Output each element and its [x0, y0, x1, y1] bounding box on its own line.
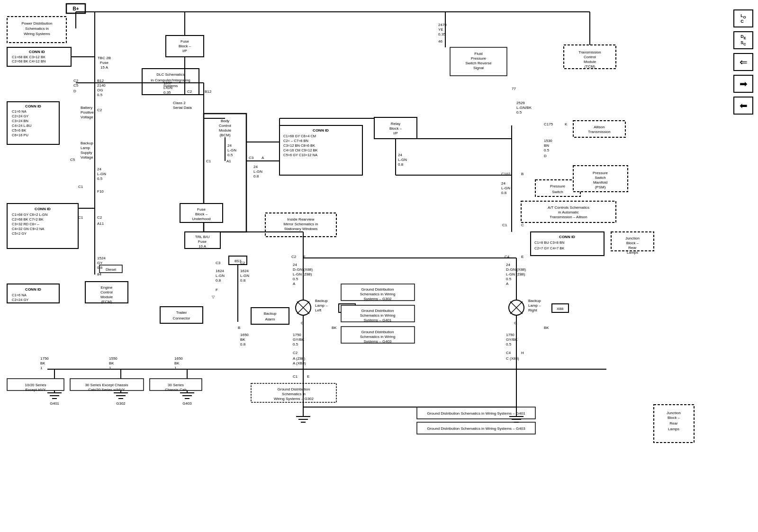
svg-text:C1=6 NA: C1=6 NA — [12, 109, 27, 114]
svg-text:Supply: Supply — [81, 151, 92, 155]
svg-text:Schematics in Wiring: Schematics in Wiring — [360, 292, 396, 296]
svg-text:1750: 1750 — [506, 333, 514, 337]
svg-text:BK: BK — [544, 326, 549, 330]
diagram-container: B+ Fuse Block – I/P DLC Schematics in Co… — [0, 0, 758, 532]
svg-text:Schematics in: Schematics in — [25, 27, 49, 31]
svg-rect-150 — [160, 307, 203, 323]
svg-text:Switch: Switch — [595, 176, 606, 180]
svg-text:24: 24 — [227, 143, 232, 148]
svg-text:C3: C3 — [249, 156, 254, 160]
svg-text:I/P: I/P — [182, 49, 187, 53]
svg-text:1750: 1750 — [40, 356, 49, 361]
svg-text:0.8: 0.8 — [216, 278, 221, 283]
svg-text:10/20 Series: 10/20 Series — [25, 383, 46, 387]
svg-text:X88: X88 — [557, 307, 564, 311]
svg-text:Ground Distribution: Ground Distribution — [361, 330, 394, 334]
svg-text:0.8: 0.8 — [501, 191, 507, 195]
svg-text:0.8: 0.8 — [253, 174, 259, 178]
svg-text:L-GN (Z88): L-GN (Z88) — [293, 272, 312, 276]
loc-icon[interactable]: LOC — [733, 9, 753, 27]
svg-text:10 A: 10 A — [199, 244, 207, 248]
svg-text:A1: A1 — [226, 159, 231, 163]
svg-text:Voltage: Voltage — [81, 115, 93, 119]
svg-text:C: C — [521, 223, 524, 227]
svg-text:C2: C2 — [187, 89, 192, 94]
svg-text:in Automatic: in Automatic — [558, 210, 579, 214]
svg-text:D: D — [73, 89, 76, 93]
svg-text:Wiring Systems – G302: Wiring Systems – G302 — [274, 397, 314, 401]
svg-text:BK: BK — [240, 337, 245, 342]
svg-text:Except HVY: Except HVY — [25, 388, 46, 392]
svg-text:(PSM): (PSM) — [595, 185, 606, 189]
svg-text:24: 24 — [293, 263, 297, 267]
svg-text:Mirror Schematics in: Mirror Schematics in — [284, 222, 318, 226]
svg-text:1: 1 — [40, 366, 43, 370]
svg-text:E: E — [307, 374, 309, 379]
svg-text:C3=32 RD  C8=  –: C3=32 RD C8= – — [12, 222, 39, 226]
svg-text:1750: 1750 — [293, 333, 301, 337]
svg-text:C2=68 BK  C7=2 BK: C2=68 BK C7=2 BK — [12, 217, 44, 222]
svg-text:30 Series: 30 Series — [168, 383, 184, 387]
svg-text:Rear: Rear — [669, 421, 678, 426]
svg-text:Pressure: Pressure — [471, 56, 487, 61]
svg-text:Fuse: Fuse — [198, 239, 207, 244]
svg-text:I/P: I/P — [393, 131, 398, 135]
svg-text:C2: C2 — [97, 108, 102, 112]
svg-text:Schematics in Wiring: Schematics in Wiring — [360, 335, 396, 339]
back-icon[interactable]: ⇐ — [733, 53, 753, 71]
svg-text:Systems – G403: Systems – G403 — [363, 339, 392, 344]
svg-text:0.5: 0.5 — [506, 277, 512, 281]
prev-icon[interactable]: ⬅ — [733, 97, 753, 115]
svg-text:0.5: 0.5 — [97, 93, 103, 97]
svg-text:Ground Distribution: Ground Distribution — [361, 309, 394, 313]
svg-text:DLC Schematics: DLC Schematics — [156, 72, 185, 77]
wiring-diagram-svg: B+ Fuse Block – I/P DLC Schematics in Co… — [0, 0, 758, 532]
svg-text:Block –: Block – — [389, 126, 402, 131]
svg-text:C3=24 BN: C3=24 BN — [12, 119, 28, 123]
svg-text:C3=12 BN  C8=6 BK: C3=12 BN C8=6 BK — [283, 143, 315, 148]
svg-text:0.35: 0.35 — [438, 32, 446, 36]
svg-text:Schematics in: Schematics in — [282, 392, 306, 396]
svg-text:Underhood: Underhood — [192, 217, 211, 221]
svg-text:A (XB8): A (XB8) — [293, 361, 306, 365]
svg-text:Transmission: Transmission — [578, 50, 601, 54]
svg-text:Fuse: Fuse — [197, 207, 206, 212]
svg-text:A11: A11 — [97, 222, 104, 226]
svg-text:F10: F10 — [97, 189, 104, 194]
svg-text:Systems – G302: Systems – G302 — [363, 297, 392, 301]
svg-text:B: B — [521, 172, 523, 176]
svg-text:15 A: 15 A — [100, 65, 108, 70]
svg-text:C5: C5 — [70, 158, 75, 162]
desc-icon[interactable]: DESC — [733, 31, 753, 49]
svg-text:Backup: Backup — [528, 299, 541, 303]
svg-text:C4=32 GN  C9=2 NA: C4=32 GN C9=2 NA — [12, 227, 44, 231]
svg-text:24: 24 — [97, 167, 101, 171]
svg-text:B+: B+ — [72, 6, 79, 11]
svg-text:(TCM): (TCM) — [585, 64, 596, 69]
svg-text:Switch Reverse: Switch Reverse — [465, 61, 492, 65]
svg-text:C1=8 BU  C3=8 BN: C1=8 BU C3=8 BN — [534, 240, 564, 245]
svg-text:Manifold: Manifold — [593, 180, 607, 185]
svg-text:L-GN: L-GN — [227, 148, 236, 152]
svg-text:BK: BK — [332, 326, 337, 330]
svg-text:C2=24 GY: C2=24 GY — [12, 298, 28, 302]
svg-text:Fuse: Fuse — [100, 61, 108, 65]
svg-text:C1=68 GY  C6=2 L-GN: C1=68 GY C6=2 L-GN — [12, 213, 47, 217]
svg-text:0.5: 0.5 — [293, 342, 298, 346]
svg-text:Module: Module — [584, 60, 596, 64]
svg-text:Right: Right — [528, 308, 537, 312]
svg-text:BN: BN — [544, 143, 549, 148]
svg-text:0.5: 0.5 — [293, 277, 298, 281]
svg-text:Body: Body — [221, 119, 229, 123]
svg-text:Signal: Signal — [473, 66, 484, 70]
svg-text:Transmission: Transmission — [588, 130, 610, 134]
svg-text:Trailer: Trailer — [176, 310, 187, 315]
svg-text:Left: Left — [315, 308, 322, 312]
svg-text:Block –: Block – — [626, 241, 639, 245]
svg-text:Wiring Systems: Wiring Systems — [24, 32, 50, 36]
svg-text:0.8: 0.8 — [97, 266, 103, 270]
svg-text:A: A — [262, 156, 264, 160]
svg-text:C3: C3 — [216, 261, 221, 265]
forward-icon[interactable]: ➡ — [733, 75, 753, 93]
svg-text:24: 24 — [398, 153, 402, 157]
